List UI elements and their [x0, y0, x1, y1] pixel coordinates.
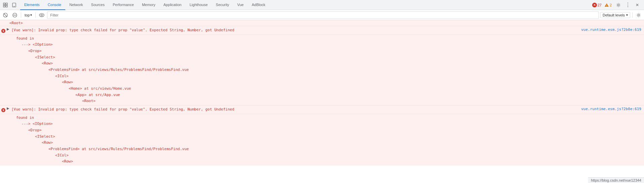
- svg-point-8: [618, 4, 619, 6]
- stack-line: <ProblemsFind> at src/views/Rules/Proble…: [22, 146, 644, 152]
- svg-point-15: [638, 14, 640, 16]
- stack-line: <Row>: [22, 140, 644, 146]
- device-toggle-button[interactable]: [10, 1, 18, 9]
- tab-console[interactable]: Console: [44, 0, 65, 10]
- stack-line: <Home> at src/views/Home.vue: [22, 86, 644, 92]
- svg-point-14: [41, 14, 43, 16]
- tab-network[interactable]: Network: [65, 0, 87, 10]
- tab-performance[interactable]: Performance: [109, 0, 138, 10]
- found-in-1: found in: [9, 36, 644, 42]
- expand-log-button-2[interactable]: ▶: [6, 106, 10, 110]
- stack-line: <Row>: [22, 79, 644, 86]
- svg-rect-2: [3, 5, 5, 7]
- clear-console-button[interactable]: [1, 11, 9, 19]
- error-count-badge[interactable]: ✕ 27: [592, 3, 602, 7]
- svg-rect-1: [6, 3, 7, 5]
- tab-adblock[interactable]: AdBlock: [248, 0, 269, 10]
- log-detail-1: found in ---> <IOption> <Drop> <ISelect>…: [0, 35, 644, 106]
- root-entry-pre: <Root>: [0, 20, 644, 26]
- stack-line: <Row>: [22, 60, 644, 67]
- context-selector[interactable]: top ▾: [23, 12, 33, 18]
- svg-text:!: !: [606, 4, 607, 7]
- svg-line-10: [4, 13, 7, 17]
- log-entry-icon-area: 9: [0, 27, 6, 33]
- toolbar-divider-2: [35, 12, 36, 18]
- console-toolbar: top ▾ Default levels ▾: [0, 10, 644, 20]
- log-detail-2: found in ---> <IOption> <Drop> <ISelect>…: [0, 114, 644, 166]
- warn-count-badge[interactable]: ! 2: [604, 3, 612, 7]
- inspect-element-button[interactable]: [1, 1, 9, 9]
- stack-line: <Drop>: [22, 48, 644, 54]
- console-settings-button[interactable]: [635, 11, 643, 19]
- chevron-down-icon: ▾: [626, 13, 628, 17]
- tab-elements[interactable]: Elements: [20, 0, 44, 10]
- stack-line: <Root>: [22, 98, 644, 104]
- settings-button[interactable]: [614, 1, 622, 9]
- more-options-button[interactable]: ⋮: [624, 1, 632, 9]
- svg-point-13: [39, 13, 44, 17]
- svg-rect-3: [6, 5, 7, 7]
- log-source-2[interactable]: vue.runtime.esm.js?2b0e:619: [578, 106, 644, 112]
- level-selector[interactable]: Default levels ▾: [600, 12, 630, 18]
- log-entry-2: 9 ▶ [Vue warn]: Invalid prop: type check…: [0, 105, 644, 114]
- tab-icon-group: [1, 1, 20, 9]
- stack-line: <ProblemsFind> at src/views/Rules/Proble…: [22, 67, 644, 73]
- stack-line: <ISelect>: [22, 54, 644, 61]
- tab-sources[interactable]: Sources: [87, 0, 109, 10]
- stack-line: <App> at src/App.vue: [22, 92, 644, 98]
- log-message-2: [Vue warn]: Invalid prop: type check fai…: [10, 106, 578, 113]
- tab-lighthouse[interactable]: Lighthouse: [185, 0, 212, 10]
- console-output: <Root> 9 ▶ [Vue warn]: Invalid prop: typ…: [0, 20, 644, 183]
- stack-line: <ISelect>: [22, 134, 644, 140]
- expand-log-button[interactable]: ▶: [6, 27, 10, 31]
- toolbar-divider-3: [632, 12, 633, 18]
- warn-triangle-icon: !: [604, 3, 609, 7]
- stack-line: ---> <IOption>: [22, 121, 644, 127]
- devtools-tabbar: Elements Console Network Sources Perform…: [0, 0, 644, 10]
- chevron-down-icon: ▾: [30, 13, 32, 17]
- found-in-2: found in: [9, 115, 644, 121]
- tab-right-icons: ✕ 27 ! 2 ⋮ ✕: [592, 1, 644, 9]
- log-entry-icon-area-2: 9: [0, 106, 6, 112]
- toolbar-divider: [21, 12, 21, 18]
- tab-memory[interactable]: Memory: [138, 0, 159, 10]
- eye-button[interactable]: [38, 11, 46, 19]
- tab-vue[interactable]: Vue: [233, 0, 248, 10]
- error-icon: 9: [1, 29, 5, 33]
- stack-line: <ICol>: [22, 152, 644, 159]
- close-devtools-button[interactable]: ✕: [633, 1, 641, 9]
- stack-line: ---> <IOption>: [22, 42, 644, 48]
- stack-line: <Drop>: [22, 127, 644, 134]
- svg-rect-0: [3, 3, 5, 5]
- error-circle-icon: ✕: [592, 3, 597, 7]
- log-message-1: [Vue warn]: Invalid prop: type check fai…: [10, 27, 578, 34]
- stack-line: <Row>: [22, 158, 644, 165]
- log-source-1[interactable]: vue.runtime.esm.js?2b0e:619: [578, 27, 644, 33]
- log-entry: 9 ▶ [Vue warn]: Invalid prop: type check…: [0, 26, 644, 35]
- error-icon-2: 9: [1, 108, 5, 112]
- no-entry-button[interactable]: [11, 11, 19, 19]
- status-bar: https://blog.csdn.net/vue12344: [588, 177, 644, 183]
- filter-input[interactable]: [49, 13, 597, 17]
- filter-container: [47, 11, 599, 19]
- tab-application[interactable]: Application: [159, 0, 186, 10]
- stack-line: <ICol>: [22, 73, 644, 80]
- tab-security[interactable]: Security: [212, 0, 233, 10]
